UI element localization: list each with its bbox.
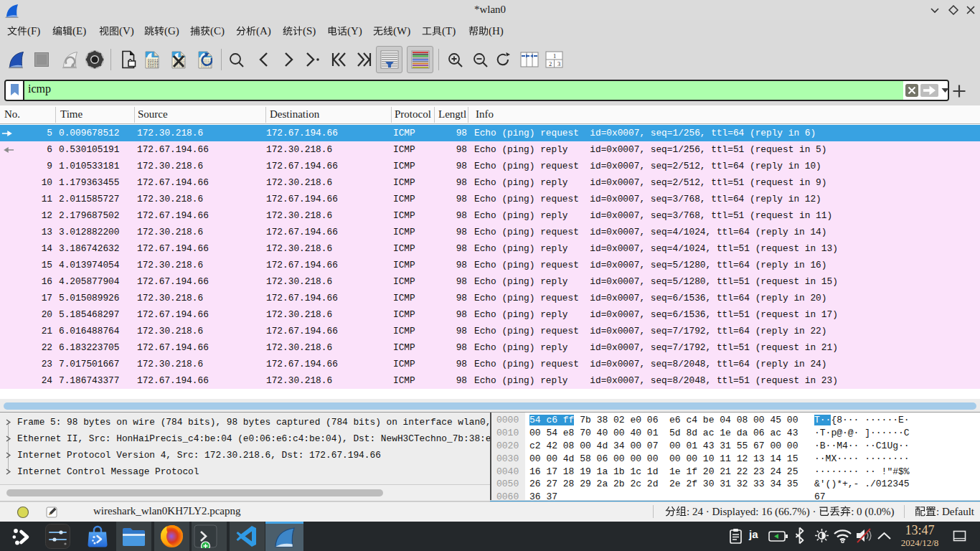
svg-text:3: 3 — [557, 60, 560, 67]
svg-text:2: 2 — [549, 60, 552, 67]
svg-text:1: 1 — [553, 52, 556, 60]
svg-text:01011: 01011 — [147, 65, 159, 69]
